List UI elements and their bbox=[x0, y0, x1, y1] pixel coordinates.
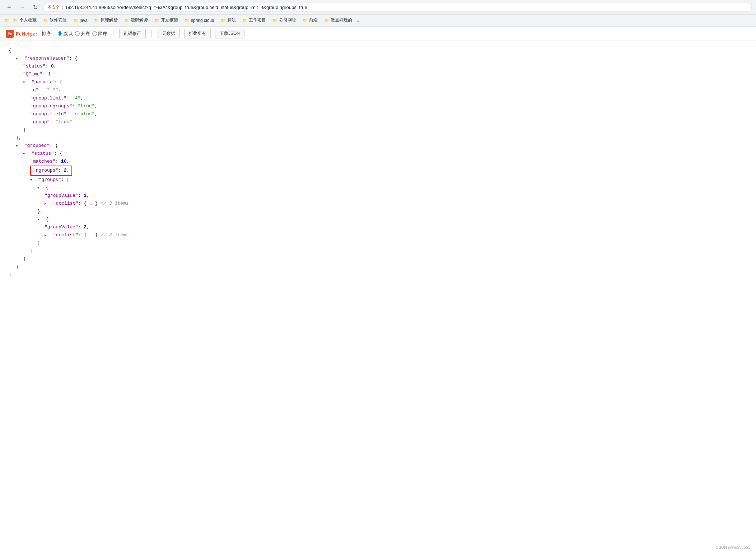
group1-close-row: }, bbox=[37, 208, 747, 215]
key-group-ngroups: "group.ngroups" bbox=[30, 103, 72, 109]
key-grouped-status: "status" bbox=[32, 151, 54, 156]
sort-desc-option[interactable]: 降序 bbox=[92, 31, 107, 37]
bookmark-item[interactable]: 📁 spring cloud bbox=[182, 17, 217, 24]
key-matches: "matches" bbox=[30, 159, 55, 164]
group2-doclist-row: "doclist": { … } // 3 items bbox=[45, 231, 747, 239]
key-ngroups: "ngroups" bbox=[33, 168, 58, 173]
bookmark-item[interactable]: 📁 软件安装 bbox=[40, 16, 70, 24]
fix-encoding-button[interactable]: 乱码修正 bbox=[119, 29, 146, 38]
sort-asc-option[interactable]: 升序 bbox=[75, 31, 90, 37]
groups-toggle[interactable] bbox=[30, 176, 36, 184]
grouped-status-close: } bbox=[23, 255, 747, 263]
group-ngroups-row: "group.ngroups": "true", bbox=[30, 102, 747, 110]
collapse-all-button[interactable]: 折叠所有 bbox=[184, 29, 211, 38]
more-bookmarks: » bbox=[357, 18, 360, 23]
fehelper-logo: Fe FeHelper bbox=[6, 30, 37, 38]
qtime-row: "QTime": 1, bbox=[23, 70, 747, 78]
ngroups-row: "ngroups": 2, bbox=[30, 166, 747, 176]
response-header-close: }, bbox=[16, 134, 747, 142]
json-root-close: } bbox=[9, 271, 747, 279]
grouped-status-toggle[interactable] bbox=[23, 150, 29, 158]
key-group2-doclist: "doclist" bbox=[53, 232, 78, 238]
key-grouped: "grouped" bbox=[24, 143, 50, 148]
key-group1-groupvalue: "groupValue" bbox=[45, 193, 78, 198]
sort-desc-label: 降序 bbox=[98, 31, 107, 37]
group2-doclist-comment: // 3 items bbox=[101, 232, 129, 238]
params-toggle[interactable] bbox=[23, 78, 29, 86]
value-group-limit: "4" bbox=[72, 96, 80, 101]
refresh-button[interactable]: ↻ bbox=[30, 2, 40, 12]
bookmark-item[interactable]: 📁 开发框架 bbox=[151, 16, 181, 24]
group1-doclist-comment: // 3 items bbox=[101, 201, 129, 206]
group2-value-row: "groupValue": 2, bbox=[45, 223, 747, 231]
sort-default-label: 默认 bbox=[64, 31, 73, 37]
nav-bar: ← → ↻ 不安全 | 192.168.244.41:8983/solr/ord… bbox=[0, 0, 756, 15]
bookmark-item[interactable]: 📁 工作项目 bbox=[239, 16, 269, 24]
group2-toggle[interactable] bbox=[37, 215, 43, 223]
group1-doclist-toggle[interactable] bbox=[45, 200, 50, 208]
group2-open-row: { bbox=[37, 215, 747, 223]
bookmark-item[interactable]: 📁 源码解读 bbox=[121, 16, 151, 24]
download-json-button[interactable]: 下载JSON bbox=[215, 29, 244, 38]
value-group: "true" bbox=[55, 119, 72, 125]
response-header-toggle[interactable] bbox=[16, 55, 22, 62]
sort-default-radio[interactable] bbox=[58, 31, 62, 36]
sort-asc-label: 升序 bbox=[81, 31, 90, 37]
security-warning: 不安全 bbox=[48, 5, 60, 10]
grouped-toggle[interactable] bbox=[16, 142, 22, 150]
raw-data-button[interactable]: 元数据 bbox=[158, 29, 180, 38]
key-group: "group" bbox=[30, 119, 50, 125]
grouped-status-row: "status": { bbox=[23, 150, 747, 158]
sort-default-option[interactable]: 默认 bbox=[58, 31, 73, 37]
bookmark-item[interactable]: 📁 原理解析 bbox=[91, 16, 121, 24]
group1-doclist-row: "doclist": { … } // 3 items bbox=[45, 200, 747, 208]
fehelper-logo-box: Fe bbox=[6, 30, 14, 38]
sort-asc-radio[interactable] bbox=[75, 31, 80, 36]
bookmarks-bar: 📁 📁 个人收藏 📁 软件安装 📁 java 📁 原理解析 📁 源码解读 📁 开… bbox=[0, 15, 756, 26]
group1-toggle[interactable] bbox=[37, 184, 43, 192]
value-group1-groupvalue: 1 bbox=[84, 193, 87, 198]
forward-button[interactable]: → bbox=[17, 2, 27, 12]
group1-open-row: { bbox=[37, 184, 747, 192]
bookmark-item[interactable]: 📁 做点好玩的 bbox=[321, 16, 355, 24]
status-row: "status": 0, bbox=[23, 62, 747, 70]
grouped-close: } bbox=[16, 263, 747, 271]
bookmark-item[interactable]: 📁 个人收藏 bbox=[10, 16, 39, 24]
bookmark-item[interactable]: 📁 算法 bbox=[218, 16, 239, 24]
value-group-field: "status" bbox=[72, 111, 94, 117]
sort-desc-radio[interactable] bbox=[92, 31, 97, 36]
group-row: "group": "true" bbox=[30, 118, 747, 126]
back-button[interactable]: ← bbox=[4, 2, 14, 12]
value-group2-groupvalue: 2 bbox=[84, 224, 87, 230]
key-group-limit: "group.limit" bbox=[30, 96, 66, 101]
value-q: "*:*" bbox=[44, 87, 58, 93]
toolbar-divider bbox=[113, 30, 113, 37]
key-groups: "groups" bbox=[39, 177, 61, 182]
sort-group: 排序： 默认 升序 降序 bbox=[42, 31, 107, 37]
value-group-ngroups: "true" bbox=[78, 103, 95, 109]
grouped-row: "grouped": { bbox=[16, 142, 747, 150]
group2-close-row: } bbox=[37, 239, 747, 247]
group2-doclist-toggle[interactable] bbox=[45, 231, 50, 239]
key-group1-doclist: "doclist" bbox=[53, 201, 78, 206]
key-qtime: "QTime" bbox=[23, 71, 43, 77]
key-status: "status" bbox=[23, 64, 45, 69]
bookmark-item[interactable]: 📁 公司网址 bbox=[270, 16, 299, 24]
ngroups-highlight: "ngroups": 2, bbox=[30, 166, 72, 176]
key-params: "params" bbox=[32, 79, 54, 85]
key-group2-groupvalue: "groupValue" bbox=[45, 224, 78, 230]
fehelper-toolbar: Fe FeHelper 排序： 默认 升序 降序 乱码修正 元数据 折叠所有 下… bbox=[0, 27, 756, 41]
security-separator: | bbox=[62, 5, 63, 10]
bookmark-item[interactable]: 📁 前端 bbox=[300, 16, 321, 24]
value-qtime: 1 bbox=[48, 71, 51, 77]
fehelper-app-name: FeHelper bbox=[16, 31, 37, 37]
matches-row: "matches": 10, bbox=[30, 158, 747, 166]
groups-array-close: ] bbox=[30, 247, 747, 255]
bookmark-item[interactable]: 📁 java bbox=[70, 17, 90, 24]
response-header-row: "responseHeader": { bbox=[16, 55, 747, 62]
params-row: "params": { bbox=[23, 78, 747, 86]
address-bar[interactable]: 不安全 | 192.168.244.41:8983/solr/orders/se… bbox=[43, 3, 752, 12]
bookmarks-folder-icon: 📁 bbox=[4, 18, 9, 23]
json-content-area: { "responseHeader": { "status": 0, "QTim… bbox=[0, 41, 756, 285]
group1-value-row: "groupValue": 1, bbox=[45, 192, 747, 200]
